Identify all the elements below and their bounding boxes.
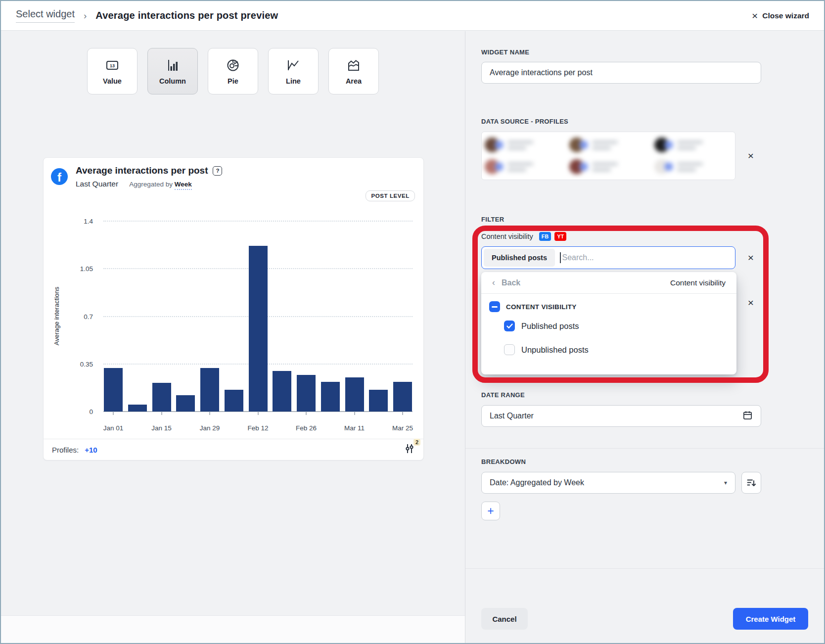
chart-type-line[interactable]: Line (268, 48, 319, 94)
y-tick-label: 1.05 (80, 265, 93, 273)
chart-type-column[interactable]: Column (147, 48, 198, 94)
chevron-down-icon: ▾ (724, 479, 727, 486)
chart-type-pie[interactable]: Pie (208, 48, 258, 94)
help-icon[interactable]: ? (213, 166, 222, 176)
bar[interactable] (200, 368, 219, 412)
bar[interactable] (345, 377, 364, 412)
y-axis-title: Average interactions (53, 287, 60, 345)
remove-filter-button[interactable]: × (743, 250, 758, 265)
bar[interactable] (176, 395, 195, 412)
chart-title: Average interactions per post (76, 165, 208, 176)
checkbox-checked[interactable] (504, 321, 515, 331)
x-tick-mark (113, 412, 114, 415)
add-breakdown-button[interactable]: + (481, 502, 500, 520)
widget-wizard-screen: Select widget › Average interactions per… (0, 0, 825, 644)
back-button[interactable]: ‹ Back (492, 277, 520, 288)
widget-name-input[interactable]: Average interactions per post (481, 62, 761, 84)
bar[interactable] (152, 383, 171, 412)
bar[interactable] (104, 368, 123, 412)
youtube-badge: YT (554, 232, 566, 241)
data-source-label: DATA SOURCE - PROFILES (481, 118, 568, 125)
aggregation-value-link[interactable]: Week (175, 181, 192, 190)
breakdown-select[interactable]: Date: Aggregated by Week ▾ (481, 472, 735, 494)
page-title: Average interactions per post preview (95, 10, 278, 21)
remove-profiles-button[interactable]: × (743, 148, 758, 163)
bar-cell: Mar 25 (393, 221, 412, 412)
profiles-more-link[interactable]: +10 (85, 446, 97, 454)
profile-item (485, 157, 562, 177)
bar-cell: Feb 26 (297, 221, 316, 412)
x-tick-mark (306, 412, 307, 415)
calendar-icon (742, 410, 753, 422)
avatar (569, 159, 584, 174)
bar[interactable] (369, 390, 388, 412)
filter-search-input[interactable]: Published posts Search... (481, 246, 735, 269)
blurred-profiles (485, 135, 732, 177)
column-chart-icon (165, 58, 180, 73)
bar[interactable] (273, 371, 291, 412)
dropdown-title: Content visibility (670, 278, 726, 287)
value-chart-icon: 13 (105, 58, 120, 73)
option-published-posts[interactable]: Published posts (481, 314, 736, 338)
chart-footer: Profiles: +10 2 (44, 439, 423, 460)
footer-divider (465, 568, 824, 569)
x-tick-label: Mar 25 (392, 424, 413, 432)
bar[interactable] (225, 390, 243, 412)
x-tick-mark (161, 412, 162, 415)
text-cursor (560, 252, 561, 263)
plot-area: Jan 01Jan 15Jan 29Feb 12Feb 26Mar 11Mar … (103, 221, 412, 412)
profiles-source-box[interactable] (481, 132, 735, 180)
checkbox-unchecked[interactable] (504, 344, 515, 355)
profile-item (569, 135, 647, 155)
x-tick-label: Jan 15 (151, 424, 172, 432)
breakdown-label: BREAKDOWN (481, 458, 526, 465)
profiles-label: Profiles: (52, 446, 79, 454)
date-range-label: DATE RANGE (481, 391, 525, 399)
selected-filter-chip[interactable]: Published posts (484, 249, 555, 267)
filter-dropdown: ‹ Back Content visibility CONTENT VISIBI… (481, 272, 736, 374)
avatar (485, 138, 500, 152)
bar-cell (225, 221, 243, 412)
breadcrumb-select-widget[interactable]: Select widget (16, 8, 75, 23)
filter-count-badge: 2 (413, 439, 420, 446)
bar-cell: Mar 11 (345, 221, 364, 412)
bar[interactable] (297, 375, 316, 412)
close-wizard-button[interactable]: × Close wizard (752, 10, 809, 21)
plus-icon: + (487, 505, 494, 518)
pie-chart-icon (226, 58, 240, 73)
bar[interactable] (393, 382, 412, 412)
x-tick-label: Jan 01 (103, 424, 124, 432)
bar-cell: Feb 12 (249, 221, 268, 412)
bar-cell (176, 221, 195, 412)
create-widget-button[interactable]: Create Widget (733, 608, 808, 630)
chart-filter-button[interactable]: 2 (404, 443, 415, 456)
preview-panel: 13 Value Column (1, 31, 465, 643)
avatar (485, 159, 500, 174)
chart-type-value[interactable]: 13 Value (87, 48, 138, 94)
option-unpublished-posts[interactable]: Unpublished posts (481, 338, 736, 362)
group-checkbox-indeterminate[interactable] (489, 301, 500, 312)
section-divider (465, 448, 824, 449)
x-tick-mark (258, 412, 259, 415)
y-tick-label: 1.4 (84, 218, 93, 225)
wizard-footer: Cancel Create Widget (481, 608, 808, 630)
sliders-icon (404, 443, 415, 454)
y-tick-label: 0.35 (80, 361, 93, 368)
bar-cell (321, 221, 340, 412)
x-tick-mark (402, 412, 403, 415)
remove-filter-row-button[interactable]: × (743, 295, 758, 310)
config-sidebar: WIDGET NAME Average interactions per pos… (465, 31, 824, 643)
y-tick-label: 0.7 (84, 313, 93, 321)
filter-field-header: Content visibility FB YT (481, 232, 566, 241)
svg-text:13: 13 (110, 63, 115, 68)
bar-cell: Jan 01 (104, 221, 123, 412)
date-range-input[interactable]: Last Quarter (481, 405, 761, 427)
x-tick-label: Jan 29 (200, 424, 220, 432)
area-chart-type[interactable]: Area (328, 48, 379, 94)
bar[interactable] (249, 246, 268, 412)
cancel-button[interactable]: Cancel (481, 608, 528, 630)
bar[interactable] (128, 405, 147, 412)
content-visibility-group: CONTENT VISIBILITY (481, 294, 736, 314)
bar[interactable] (321, 382, 340, 412)
sort-order-button[interactable] (741, 472, 761, 494)
